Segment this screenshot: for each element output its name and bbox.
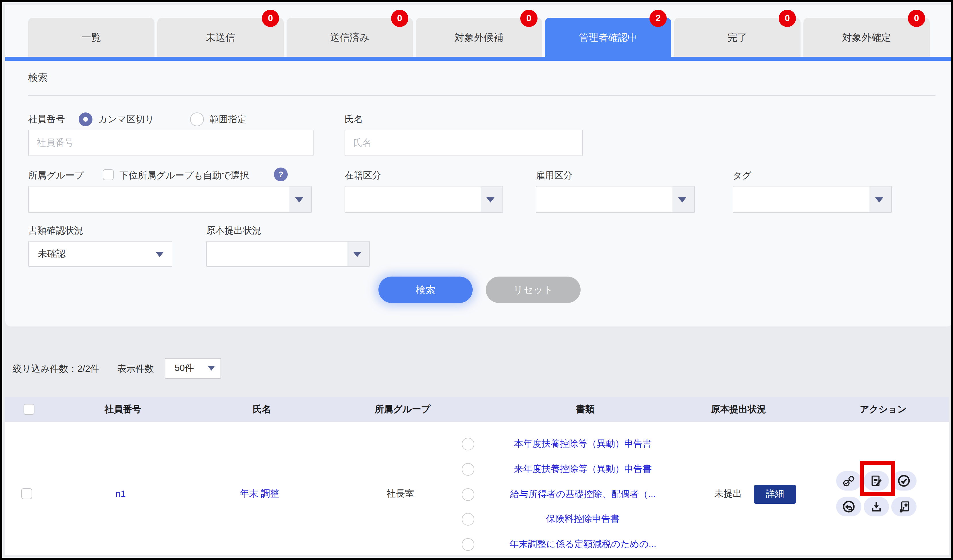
tab-badge: 0 bbox=[391, 10, 408, 27]
tab-badge: 0 bbox=[779, 10, 796, 27]
chevron-down-icon bbox=[353, 252, 361, 257]
enrollment-select[interactable] bbox=[345, 186, 503, 213]
employee-name-link[interactable]: 年末 調整 bbox=[240, 488, 279, 500]
tag-label: タグ bbox=[733, 170, 752, 182]
chevron-down-icon bbox=[678, 197, 686, 202]
check-circle-icon bbox=[897, 474, 911, 488]
tab-kanrisha-kakuninchuu[interactable]: 管理者確認中 2 bbox=[545, 18, 671, 57]
select-caret-zone bbox=[348, 241, 369, 266]
download-icon bbox=[870, 500, 883, 513]
detail-button[interactable]: 詳細 bbox=[754, 485, 796, 504]
tab-label: 対象外確定 bbox=[842, 31, 891, 44]
group-select[interactable] bbox=[28, 186, 312, 213]
range-radio-label[interactable]: 範囲指定 bbox=[210, 114, 246, 126]
document-link[interactable]: 給与所得者の基礎控除、配偶者（... bbox=[510, 489, 655, 501]
link-action-button[interactable] bbox=[836, 471, 861, 490]
doc-check-status-value: 未確認 bbox=[38, 248, 65, 260]
range-radio[interactable] bbox=[190, 113, 204, 126]
comma-separated-radio[interactable] bbox=[79, 113, 92, 126]
original-status-cell: 未提出 bbox=[714, 488, 742, 500]
undo-action-button[interactable] bbox=[836, 497, 861, 517]
tab-label: 管理者確認中 bbox=[579, 31, 638, 44]
status-tab-bar: 一覧 未送信 0 送信済み 0 対象外候補 0 管理者確認中 2 完了 0 bbox=[28, 18, 930, 57]
active-tab-underline bbox=[5, 57, 953, 61]
search-panel: 一覧 未送信 0 送信済み 0 対象外候補 0 管理者確認中 2 完了 0 bbox=[5, 5, 953, 326]
tab-label: 対象外候補 bbox=[455, 31, 503, 44]
employee-number-label: 社員番号 bbox=[28, 114, 65, 126]
document-radio[interactable] bbox=[462, 438, 474, 450]
tab-label: 未送信 bbox=[206, 31, 235, 44]
chevron-down-icon bbox=[875, 197, 883, 202]
employment-select[interactable] bbox=[536, 186, 695, 213]
year-end-adjustment-screen: 一覧 未送信 0 送信済み 0 対象外候補 0 管理者確認中 2 完了 0 bbox=[0, 0, 953, 560]
select-caret-zone bbox=[481, 186, 503, 212]
header-actions: アクション bbox=[860, 403, 907, 415]
download-action-button[interactable] bbox=[864, 497, 889, 517]
section-divider bbox=[28, 95, 936, 96]
header-name: 氏名 bbox=[253, 403, 271, 415]
include-subgroups-checkbox[interactable] bbox=[103, 169, 114, 180]
tab-label: 送信済み bbox=[330, 31, 369, 44]
tab-taishougai-kakutei[interactable]: 対象外確定 0 bbox=[803, 18, 930, 57]
employment-label: 雇用区分 bbox=[536, 170, 573, 182]
header-documents: 書類 bbox=[576, 403, 594, 415]
employee-number-input[interactable] bbox=[28, 130, 314, 156]
search-button[interactable]: 検索 bbox=[379, 277, 473, 303]
document-link[interactable]: 年末調整に係る定額減税のための... bbox=[509, 538, 656, 551]
tab-badge: 0 bbox=[908, 10, 925, 27]
select-all-checkbox[interactable] bbox=[23, 404, 34, 415]
tab-label: 一覧 bbox=[82, 31, 101, 44]
tag-select[interactable] bbox=[733, 186, 892, 213]
select-caret-zone bbox=[869, 186, 891, 212]
document-link[interactable]: 来年度扶養控除等（異動）申告書 bbox=[514, 463, 652, 475]
header-group: 所属グループ bbox=[375, 403, 430, 415]
group-cell: 社長室 bbox=[386, 488, 414, 500]
header-employee-number: 社員番号 bbox=[104, 403, 141, 415]
document-radio[interactable] bbox=[462, 513, 474, 526]
table-row bbox=[5, 422, 949, 555]
document-radio[interactable] bbox=[462, 488, 474, 501]
per-page-select[interactable]: 50件 bbox=[165, 358, 221, 379]
tab-soushinzumi[interactable]: 送信済み 0 bbox=[287, 18, 413, 57]
reset-button[interactable]: リセット bbox=[486, 277, 580, 303]
row-checkbox[interactable] bbox=[21, 488, 32, 499]
help-icon[interactable]: ? bbox=[274, 167, 288, 181]
group-label: 所属グループ bbox=[28, 170, 84, 182]
chevron-down-icon bbox=[295, 197, 303, 202]
undo-icon bbox=[842, 500, 856, 514]
enrollment-label: 在籍区分 bbox=[345, 170, 381, 182]
document-link[interactable]: 本年度扶養控除等（異動）申告書 bbox=[514, 438, 652, 450]
name-input[interactable] bbox=[345, 130, 583, 156]
search-section-title: 検索 bbox=[28, 71, 48, 84]
document-link[interactable]: 保険料控除申告書 bbox=[546, 513, 619, 525]
tab-badge: 0 bbox=[262, 10, 279, 27]
chevron-down-icon bbox=[156, 252, 164, 257]
annotation-red-box bbox=[860, 461, 895, 496]
original-submit-status-label: 原本提出状況 bbox=[206, 225, 261, 237]
tab-badge: 0 bbox=[520, 10, 537, 27]
per-page-value: 50件 bbox=[175, 362, 194, 374]
document-radio[interactable] bbox=[462, 463, 474, 476]
header-original-status: 原本提出状況 bbox=[711, 403, 766, 415]
select-caret-zone bbox=[672, 186, 694, 212]
doc-check-status-label: 書類確認状況 bbox=[28, 225, 83, 237]
doc-check-status-select[interactable]: 未確認 bbox=[28, 241, 172, 267]
per-page-label: 表示件数 bbox=[117, 363, 154, 375]
tab-label: 完了 bbox=[728, 31, 747, 44]
tab-ichiran[interactable]: 一覧 bbox=[28, 18, 154, 57]
select-caret-zone bbox=[289, 186, 311, 212]
table-header: 社員番号 氏名 所属グループ 書類 原本提出状況 アクション bbox=[5, 397, 949, 422]
reject-document-icon bbox=[897, 500, 910, 513]
tab-taishougai-kouho[interactable]: 対象外候補 0 bbox=[416, 18, 542, 57]
tab-badge: 2 bbox=[649, 10, 667, 27]
document-radio[interactable] bbox=[462, 538, 474, 551]
employee-number-link[interactable]: n1 bbox=[115, 489, 126, 499]
link-icon bbox=[843, 475, 855, 487]
exclude-document-action-button[interactable] bbox=[891, 497, 917, 517]
include-subgroups-checkbox-label[interactable]: 下位所属グループも自動で選択 bbox=[120, 170, 249, 182]
chevron-down-icon bbox=[486, 197, 494, 202]
tab-kanryou[interactable]: 完了 0 bbox=[674, 18, 801, 57]
tab-misoushin[interactable]: 未送信 0 bbox=[157, 18, 284, 57]
original-submit-status-select[interactable] bbox=[206, 241, 370, 267]
comma-separated-radio-label[interactable]: カンマ区切り bbox=[98, 114, 154, 126]
